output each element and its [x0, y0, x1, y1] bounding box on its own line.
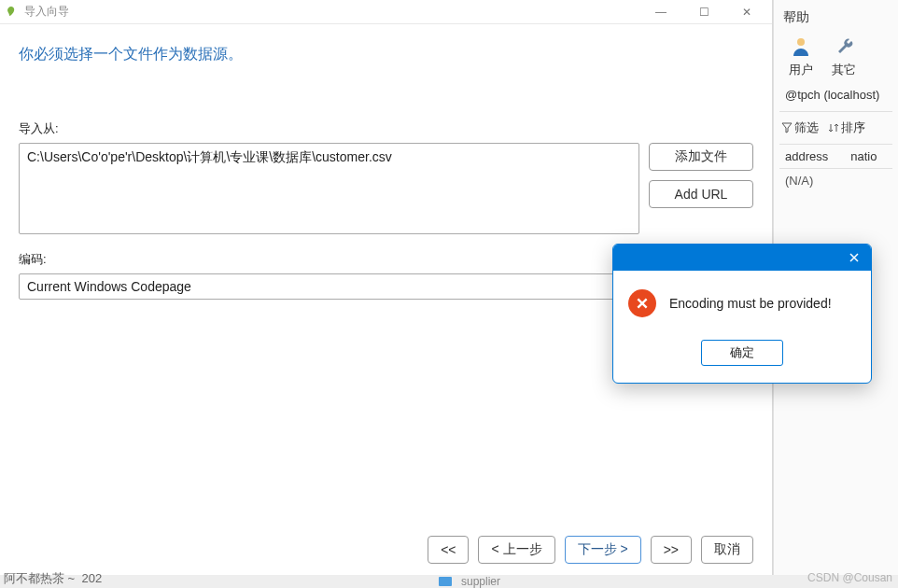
dialog-close-button[interactable] [845, 248, 863, 267]
bottom-truncated: 阿不都热茶 ~ 202 [4, 570, 102, 587]
dialog-titlebar [613, 245, 871, 271]
window-title: 导入向导 [24, 4, 69, 20]
add-file-button[interactable]: 添加文件 [649, 143, 753, 171]
instruction-text: 你必须选择一个文件作为数据源。 [19, 45, 753, 64]
sort-icon [828, 122, 839, 133]
watermark: CSDN @Cousan [807, 571, 892, 584]
table-cell-na: (N/A) [779, 169, 892, 192]
file-list[interactable]: C:\Users\Co'o'pe'r\Desktop\计算机\专业课\数据库\c… [19, 143, 639, 234]
nav-cancel-button[interactable]: 取消 [701, 536, 753, 564]
error-dialog: Encoding must be provided! 确定 [612, 244, 872, 384]
maximize-button[interactable]: ☐ [682, 0, 725, 24]
col-address[interactable]: address [785, 149, 828, 163]
titlebar: 导入向导 — ☐ ✕ [0, 0, 772, 24]
nav-next-button[interactable]: 下一步 > [565, 536, 641, 564]
filter-button[interactable]: 筛选 [781, 119, 819, 136]
other-tool[interactable]: 其它 [832, 35, 856, 78]
error-icon [628, 289, 656, 317]
wizard-nav: << < 上一步 下一步 > >> 取消 [0, 523, 772, 577]
col-nation[interactable]: natio [850, 149, 877, 163]
close-button[interactable]: ✕ [725, 0, 768, 24]
file-path-item[interactable]: C:\Users\Co'o'pe'r\Desktop\计算机\专业课\数据库\c… [27, 149, 631, 166]
nav-last-button[interactable]: >> [651, 536, 692, 564]
folder-icon [439, 577, 452, 586]
help-menu[interactable]: 帮助 [779, 9, 892, 26]
footer-strip: supplier [0, 575, 898, 588]
user-icon [790, 35, 812, 58]
encoding-value: Current Windows Codepage [27, 279, 191, 294]
nav-first-button[interactable]: << [428, 536, 469, 564]
dialog-ok-button[interactable]: 确定 [701, 340, 783, 366]
app-icon [4, 5, 19, 20]
import-from-label: 导入从: [19, 120, 753, 137]
sort-button[interactable]: 排序 [828, 119, 865, 136]
wrench-icon [833, 35, 855, 58]
filter-icon [781, 122, 793, 133]
table-header: address natio [779, 144, 892, 169]
minimize-button[interactable]: — [639, 0, 682, 24]
supplier-label: supplier [461, 575, 500, 588]
error-message: Encoding must be provided! [669, 296, 832, 311]
close-icon [849, 252, 860, 263]
nav-prev-button[interactable]: < 上一步 [478, 536, 554, 564]
svg-point-0 [797, 38, 805, 46]
host-label: @tpch (localhost) [779, 88, 892, 102]
user-tool[interactable]: 用户 [789, 35, 813, 78]
add-url-button[interactable]: Add URL [649, 180, 753, 208]
